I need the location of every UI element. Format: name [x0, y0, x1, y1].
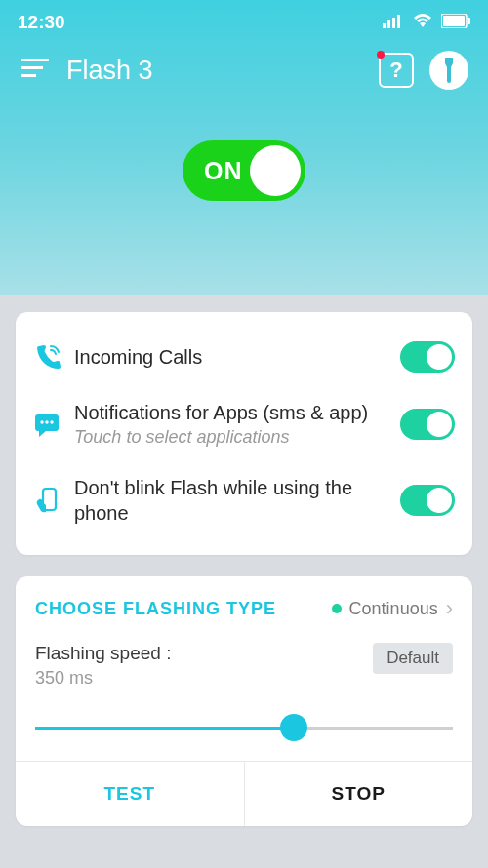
action-buttons: TEST STOP	[16, 761, 472, 826]
section-title: CHOOSE FLASHING TYPE	[35, 599, 276, 619]
chevron-right-icon: ›	[446, 596, 453, 621]
svg-rect-5	[443, 16, 465, 26]
stop-button[interactable]: STOP	[245, 762, 473, 826]
svg-point-12	[45, 420, 48, 423]
svg-rect-8	[21, 66, 43, 69]
svg-rect-0	[383, 23, 386, 28]
content-area: Incoming Calls Notifications for Apps (s…	[0, 312, 488, 826]
phone-ring-icon	[33, 342, 74, 372]
flashlight-button[interactable]	[429, 51, 468, 90]
option-text: Notifications for Apps (sms & app) Touch…	[74, 400, 400, 448]
menu-icon[interactable]	[21, 59, 49, 82]
option-text: Incoming Calls	[74, 344, 400, 370]
svg-rect-3	[397, 15, 400, 28]
signal-icon	[383, 13, 404, 32]
flashing-type-label: Continuous	[349, 599, 438, 619]
slider-thumb[interactable]	[280, 714, 307, 741]
app-header: 12:30 Flash 3 ? ON	[0, 0, 488, 295]
test-button[interactable]: TEST	[16, 762, 245, 826]
option-title: Don't blink Flash while using the phone	[74, 475, 400, 526]
svg-rect-1	[387, 20, 390, 28]
flashing-type-selector[interactable]: Continuous ›	[332, 596, 453, 621]
toggle-notifications[interactable]	[400, 409, 455, 440]
svg-point-13	[50, 420, 53, 423]
app-title: Flash 3	[66, 56, 379, 86]
flashing-card: CHOOSE FLASHING TYPE Continuous › Flashi…	[16, 576, 472, 826]
topbar: Flash 3 ?	[0, 39, 488, 99]
main-toggle-label: ON	[204, 157, 243, 185]
speed-row: Flashing speed : 350 ms Default	[35, 643, 453, 689]
speed-labels: Flashing speed : 350 ms	[35, 643, 171, 689]
main-toggle-knob	[250, 145, 301, 196]
option-incoming-calls[interactable]: Incoming Calls	[33, 328, 455, 386]
top-actions: ?	[379, 51, 468, 90]
wifi-icon	[412, 12, 433, 33]
option-title: Notifications for Apps (sms & app)	[74, 400, 400, 425]
main-toggle[interactable]: ON	[183, 140, 305, 201]
status-dot-icon	[332, 604, 342, 613]
svg-rect-7	[21, 59, 49, 61]
options-card: Incoming Calls Notifications for Apps (s…	[16, 312, 472, 555]
phone-hand-icon	[33, 486, 74, 515]
toggle-dont-blink[interactable]	[400, 485, 455, 516]
svg-rect-9	[21, 74, 36, 77]
main-toggle-container: ON	[0, 140, 488, 201]
svg-point-11	[40, 420, 43, 423]
chat-icon	[33, 411, 74, 438]
option-dont-blink[interactable]: Don't blink Flash while using the phone	[33, 461, 455, 539]
status-time: 12:30	[18, 12, 65, 33]
status-icons	[383, 12, 470, 33]
speed-value: 350 ms	[35, 668, 171, 689]
svg-rect-6	[468, 18, 470, 24]
toggle-incoming-calls[interactable]	[400, 341, 455, 373]
battery-icon	[441, 14, 470, 32]
status-bar: 12:30	[0, 0, 488, 39]
option-subtitle: Touch to select applications	[74, 427, 400, 448]
svg-rect-2	[392, 18, 395, 28]
option-notifications[interactable]: Notifications for Apps (sms & app) Touch…	[33, 386, 455, 461]
option-text: Don't blink Flash while using the phone	[74, 475, 400, 526]
help-button[interactable]: ?	[379, 53, 414, 88]
section-header: CHOOSE FLASHING TYPE Continuous ›	[35, 596, 453, 621]
slider-fill	[35, 727, 294, 730]
option-title: Incoming Calls	[74, 344, 400, 370]
default-button[interactable]: Default	[373, 643, 453, 674]
speed-label: Flashing speed :	[35, 643, 171, 664]
speed-slider[interactable]	[35, 714, 453, 743]
